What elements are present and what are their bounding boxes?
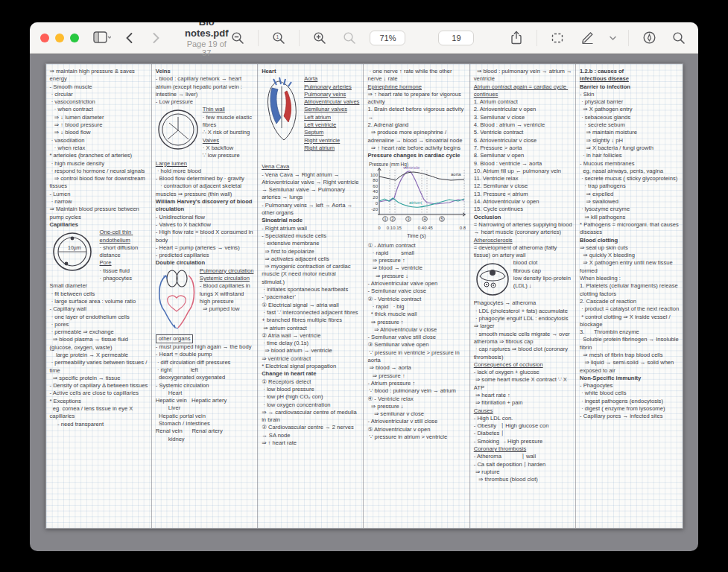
- note-line: ⇒ mesh of fibrin trap blood cells: [580, 352, 679, 359]
- note-line: Vena Cava: [262, 163, 360, 171]
- note-line: - Capillary pores → infected sites: [580, 413, 679, 420]
- note-line: - Semilunar valve close: [367, 287, 466, 295]
- note-line: · LDL (cholesterol + fats) accumulate: [474, 308, 572, 315]
- note-line: ⇒ ↑ heart rate: [262, 439, 360, 447]
- note-line: · physical barrier: [580, 98, 679, 106]
- note-line: Blood clotting: [580, 237, 679, 244]
- sidebar-toggle-icon[interactable]: [92, 28, 112, 48]
- note-line: · product = catalyst of the next reactio…: [580, 305, 679, 313]
- note-line: · when relax: [50, 144, 148, 152]
- minimize-button[interactable]: [55, 34, 64, 42]
- note-line: - Smoking - High pressure: [474, 438, 572, 445]
- note-line: - predicted capillaries: [156, 252, 254, 259]
- note-line: Soluble protein fibrinogen → Insoluble f…: [580, 336, 679, 352]
- note-line: - Atrioventricular v still close: [367, 418, 466, 425]
- close-button[interactable]: [40, 34, 49, 42]
- note-line: ⇒ blood : pulmonary vein → atrium → vent…: [474, 68, 572, 83]
- svg-text:80: 80: [373, 178, 379, 182]
- note-line: * Electrical signal propagation: [262, 363, 360, 370]
- note-line: - Unidirectional flow: [156, 214, 254, 221]
- fullscreen-button[interactable]: [70, 34, 79, 42]
- note-line: ① Electrical signal → atria wall: [262, 302, 360, 309]
- note-line: - Heart = double pump: [156, 351, 254, 358]
- note-line: ⇒ blood atrium → ventricle: [262, 347, 360, 355]
- note-line: - Density of capillary Δ between tissues: [50, 382, 148, 390]
- note-line: · cap ruptures ⇒ blood clot (coronary th…: [474, 346, 572, 361]
- note-line: ⑤ Atrioventricular v open: [367, 426, 466, 433]
- note-line: ⇒ pressure ↑: [367, 319, 466, 326]
- note-line: ⇒ myogenic contraction of cardiac muscle…: [262, 263, 360, 286]
- atheroma-diagram: [474, 260, 511, 299]
- note-line: Non-Specific immunity: [580, 375, 679, 382]
- note-line: ⇒ ventricle contract: [262, 355, 360, 363]
- note-line: Veins: [156, 68, 254, 75]
- note-line: 11. Ventricle relax: [474, 175, 572, 182]
- note-line: Atherosclerosis: [474, 237, 572, 244]
- note-line: Small diameter: [50, 282, 148, 290]
- note-line: 1. Platelets (cellular fragments) releas…: [580, 282, 679, 298]
- note-line: * arterioles (branches of arteries): [50, 152, 148, 159]
- back-button[interactable]: [119, 28, 139, 48]
- note-line: Liver: [156, 404, 254, 412]
- note-line: · lysozyme enzyme: [580, 206, 679, 213]
- page-number-field[interactable]: 19: [438, 31, 474, 45]
- note-line: - Phagocytes: [580, 382, 679, 390]
- note-line: ⇒ pressure ↑: [367, 257, 466, 264]
- note-line: ⇒ kill pathogens: [580, 214, 679, 221]
- note-line: - Right atrium wall: [262, 225, 360, 232]
- note-line: Capillaries: [50, 221, 148, 229]
- markup-pencil-icon[interactable]: [577, 28, 597, 48]
- notes-column-6: 1.2.b : causes ofinfectious diseaseBarri…: [576, 64, 682, 528]
- note-line: kidney: [156, 436, 254, 443]
- pdf-content-area[interactable]: ⇒ maintain high pressure & saves energy-…: [30, 54, 698, 551]
- note-line: 1.2.b : causes of: [580, 68, 679, 75]
- note-line: - Pulmonary veins → left → Aorta → other…: [262, 202, 360, 217]
- note-line: - Semilunar valve still close: [367, 334, 466, 341]
- note-line: · diff circulation diff pressures: [156, 359, 254, 366]
- markup-chevron-icon[interactable]: [607, 28, 618, 48]
- note-line: · circular: [50, 91, 148, 98]
- svg-text:3: 3: [408, 217, 410, 221]
- note-line: - Skin: [580, 91, 679, 98]
- forward-button[interactable]: [146, 28, 165, 48]
- zoom-selection-icon[interactable]: [340, 28, 359, 48]
- note-line: · smooth muscle cells migrate → over ath…: [474, 331, 572, 346]
- zoom-level-field[interactable]: 71%: [370, 31, 405, 45]
- note-line: - Heart = pump (arteries → veins): [156, 244, 254, 252]
- note-line: ⇒ X pathogen entry: [580, 106, 679, 113]
- note-line: - Systemic circulation: [156, 382, 254, 390]
- note-line: 2. Atrioventricular v open: [474, 106, 572, 113]
- search-icon[interactable]: [669, 28, 689, 48]
- note-line: Epinephrine hormone: [367, 83, 466, 91]
- note-line: ∵ low pressure: [156, 152, 254, 159]
- share-icon[interactable]: [507, 28, 526, 48]
- selection-icon[interactable]: [548, 28, 567, 48]
- note-line: 2. Cascade of reaction: [580, 298, 679, 305]
- vein-diagram: [156, 107, 200, 153]
- page-indicator: Page 19 of 37: [185, 39, 228, 58]
- note-line: ⇒ thrombus (blood clot): [474, 476, 572, 483]
- zoom-in-icon[interactable]: [310, 28, 329, 48]
- note-line: · right left: [156, 366, 254, 374]
- svg-text:100: 100: [370, 173, 379, 177]
- note-line: · permeability varies between tissues / …: [50, 359, 148, 375]
- note-line: 6. Atrioventricular v close: [474, 137, 572, 144]
- chart-xlabel: Time (s): [408, 233, 426, 239]
- zoom-out-icon[interactable]: [228, 28, 247, 48]
- note-line: Hepatic vein Hepatic artery: [156, 397, 254, 404]
- pen-circle-icon[interactable]: [639, 28, 659, 48]
- note-line: · fast ∵ interconnected adjacent fibres …: [262, 309, 360, 325]
- note-line: Consequences of occlusion: [474, 361, 572, 369]
- zoom-actual-size-icon[interactable]: 1: [269, 28, 288, 48]
- svg-text:60: 60: [373, 184, 379, 188]
- note-line: Barrier to infection: [580, 83, 679, 91]
- note-line: 9. Blood : ventricle → aorta: [474, 160, 572, 168]
- note-line: · vasoconstriction: [50, 98, 148, 106]
- notes-column-5: ⇒ blood : pulmonary vein → atrium → vent…: [470, 64, 576, 528]
- circulation-diagram: [156, 268, 197, 334]
- note-line: ① - Atrium contract: [367, 242, 466, 250]
- note-line: · one layer of endothelium cells: [50, 314, 148, 321]
- note-line: ⇒ → cardiovascular centre of medulla in …: [262, 409, 360, 425]
- note-line: · secrete mucus ( sticky glycoproteins): [580, 175, 679, 182]
- note-line: ∵ blood : pulmonary vein → atrium: [367, 387, 466, 395]
